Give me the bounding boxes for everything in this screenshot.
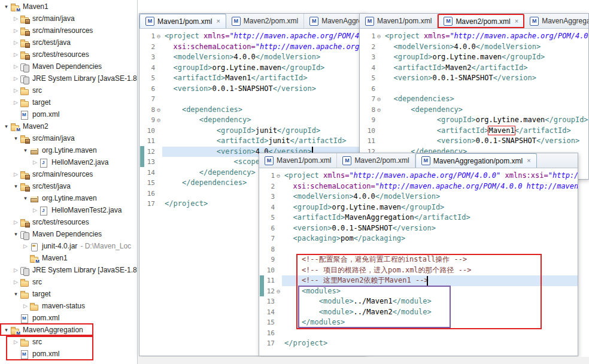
code-line[interactable]: 11 <version>0.0.1-SNAPSHOT</version> [360,136,588,147]
code-line[interactable]: 16 [259,328,578,339]
expand-arrow-icon[interactable]: ▷ [12,75,20,81]
tab-close-icon[interactable]: × [527,157,530,164]
tree-item[interactable]: ▾MMavenAggregation [0,324,137,336]
tree-item[interactable]: ▾target [0,288,137,300]
code-line[interactable]: 17</project> [259,338,578,349]
tree-item[interactable]: ▷maven-status [0,300,137,312]
tree-item[interactable]: ▾Maven Dependencies [0,228,137,240]
code-line[interactable]: 4 <groupId>org.Lytine.maven</groupId> [259,202,578,213]
tree-item[interactable]: ▷src/test/resources [0,216,137,228]
tree-item[interactable]: ▾org.Lytine.maven [0,192,137,204]
tree-item[interactable]: ▷src [0,276,137,288]
collapse-arrow-icon[interactable]: ▾ [2,4,10,10]
collapse-arrow-icon[interactable]: ▾ [22,147,29,153]
code-line[interactable]: 7 [139,94,366,105]
tree-item[interactable]: ▷JRE System Library [JavaSE-1.8 [0,264,137,276]
editor-tab[interactable]: MMaven2/pom.xml× [438,14,524,28]
collapse-arrow-icon[interactable]: ▾ [12,183,20,189]
collapse-arrow-icon[interactable]: ▾ [12,231,20,237]
collapse-arrow-icon[interactable]: ▾ [12,135,20,141]
code-line[interactable]: 9 <!--配置聚合，避免前置工程的install操作 --> [259,254,578,265]
tree-item[interactable]: ▷src [0,336,137,348]
fold-marker-icon[interactable]: ⊖ [155,31,162,42]
code-line[interactable]: 5 <artifactId>Maven1</artifactId> [139,73,366,84]
code-line[interactable]: 7 <packaging>pom</packaging> [259,233,578,244]
code-line[interactable]: 6 <version>0.0.1-SNAPSHOT</version> [139,84,366,95]
tree-item[interactable]: ▾org.Lytine.maven [0,144,137,156]
code-line[interactable]: 6 <version>0.0.1-SNAPSHOT</version> [259,223,578,234]
expand-arrow-icon[interactable]: ▷ [12,99,20,105]
code-line[interactable]: 10 <!-- 项目的根路径，进入pom.xml的那个路径 --> [259,265,578,276]
code-line[interactable]: 5 <version>0.0.1-SNAPSHOT</version> [360,73,588,84]
fold-marker-icon[interactable]: ⊖ [275,286,282,297]
code-line[interactable]: 14 <module>../Maven2</module> [259,307,578,318]
tree-item[interactable]: ▷src/test/resources [0,48,137,60]
expand-arrow-icon[interactable]: ▷ [12,51,20,57]
fold-marker-icon[interactable]: ⊖ [155,115,162,126]
code-line[interactable]: 1⊖<project xmlns="http://maven.apache.or… [259,171,578,181]
code-line[interactable]: 1⊖<project xmlns="http://maven.apache.or… [139,31,366,42]
collapse-arrow-icon[interactable]: ▾ [22,195,29,201]
code-line[interactable]: 11 <artifactId>junit</artifactId> [139,136,366,147]
tree-item[interactable]: ▷src [0,84,137,96]
tree-item[interactable]: Mpom.xml [0,108,137,120]
expand-arrow-icon[interactable]: ▷ [12,219,20,225]
editor-tab[interactable]: MMaven2/pom.xml [337,153,415,168]
code-line[interactable]: 7⊖ <dependencies> [360,94,588,105]
fold-marker-icon[interactable]: ⊖ [155,105,162,116]
code-line[interactable]: 3 <modelVersion>4.0.0</modelVersion> [259,192,578,202]
expand-arrow-icon[interactable]: ▷ [12,267,20,273]
tree-item[interactable]: ▷JRE System Library [JavaSE-1.8 [0,72,137,84]
tree-item[interactable]: ▷src/main/resources [0,25,137,37]
editor-tab[interactable]: MMaven1/pom.xml× [139,14,226,28]
code-line[interactable]: 15 </modules> [259,317,578,328]
tree-item[interactable]: ▷src/main/resources [0,168,137,180]
code-line[interactable]: 2 xsi:schemaLocation="http://maven.apach… [259,181,578,192]
fold-marker-icon[interactable]: ⊖ [375,94,382,105]
code-editor-area[interactable]: 1⊖<project xmlns="http://maven.apache.or… [259,168,578,356]
code-line[interactable]: 1⊖<project xmlns="http://maven.apache.or… [360,31,588,42]
tree-item[interactable]: ▷JHelloMavenTest2.java [0,204,137,216]
tab-close-icon[interactable]: × [216,18,220,25]
code-line[interactable]: 4 <groupId>org.Lytine.maven</groupId> [139,63,366,74]
editor-tab[interactable]: MMaven1/pom.xml [360,14,438,28]
tree-item[interactable]: ▷junit-4.0.jar- D:\Maven_Loc [0,240,137,252]
code-line[interactable]: 3 <groupId>org.Lytine.maven</groupId> [360,52,588,63]
tree-item[interactable]: MMaven1 [0,252,137,264]
expand-arrow-icon[interactable]: ▷ [12,171,20,177]
tree-item[interactable]: ▷JHelloMaven2.java [0,156,137,168]
tree-item[interactable]: ▾src/test/java [0,180,137,192]
tree-item[interactable]: ▷src/test/java [0,37,137,48]
tree-item[interactable]: ▾src/main/java [0,132,137,144]
editor-tab[interactable]: MMavenAggregation/pom.xml [524,14,589,28]
code-line[interactable]: 6 [360,84,588,95]
tree-item[interactable]: ▷Maven Dependencies [0,60,137,72]
expand-arrow-icon[interactable]: ▷ [22,303,29,309]
code-line[interactable]: 8⊖ <dependencies> [139,105,366,116]
code-line[interactable]: 5 <artifactId>MavenAggregation</artifact… [259,213,578,223]
tree-item[interactable]: Mpom.xml [0,348,137,360]
fold-marker-icon[interactable]: ⊖ [275,171,282,181]
expand-arrow-icon[interactable]: ▷ [12,279,20,285]
code-line[interactable]: 9 <groupId>org.Lytine.maven</groupId> [360,115,588,126]
expand-arrow-icon[interactable]: ▷ [12,339,20,345]
fold-marker-icon[interactable]: ⊖ [375,105,382,116]
collapse-arrow-icon[interactable]: ▾ [12,291,20,297]
tab-close-icon[interactable]: × [515,18,518,25]
code-line[interactable]: 9⊖ <dependency> [139,115,366,126]
code-line[interactable]: 4 <artifactId>Maven2</artifactId> [360,63,588,74]
code-line[interactable]: 2 <modelVersion>4.0.0</modelVersion> [360,42,588,53]
collapse-arrow-icon[interactable]: ▾ [2,327,10,333]
expand-arrow-icon[interactable]: ▷ [12,63,20,69]
expand-arrow-icon[interactable]: ▷ [12,87,20,93]
code-line[interactable]: 13 <module>../Maven1</module> [259,296,578,307]
tree-item[interactable]: Mpom.xml [0,312,137,324]
editor-tab[interactable]: MMaven1/pom.xml [259,153,337,168]
tree-item[interactable]: ▷target [0,96,137,108]
code-line[interactable]: 2 xsi:schemaLocation="http://maven.apach… [139,42,366,53]
editor-tab[interactable]: MMavenAggregation/pom.xml× [415,153,537,168]
editor-tab[interactable]: MMaven2/pom.xml [226,14,304,28]
editor-tab[interactable]: MMavenAggregation/pom.xml [304,14,366,28]
expand-arrow-icon[interactable]: ▷ [12,40,20,46]
expand-arrow-icon[interactable]: ▷ [31,159,39,165]
